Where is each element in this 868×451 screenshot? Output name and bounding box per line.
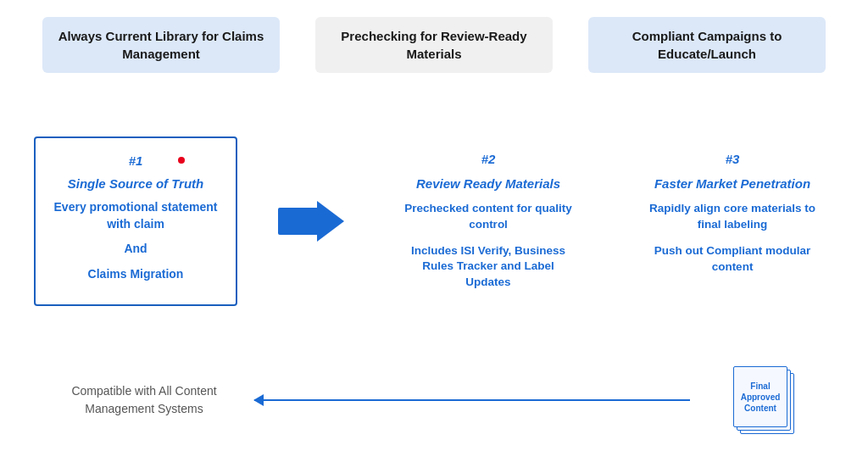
header-col2-text: Prechecking for Review-Ready Materials — [341, 29, 526, 61]
box1-text3: Claims Migration — [88, 266, 184, 283]
box1-step-title: Single Source of Truth — [68, 176, 204, 191]
box1-step-num: #1 — [129, 153, 143, 168]
box2-text1: Prechecked content for quality control — [400, 201, 576, 233]
box1: #1 Single Source of Truth Every promotio… — [34, 136, 237, 306]
header-row: Always Current Library for Claims Manage… — [25, 17, 843, 73]
flow-arrow — [278, 191, 346, 252]
content-row: #1 Single Source of Truth Every promotio… — [25, 88, 843, 354]
box1-text1: Every promotional statement with claim — [49, 199, 222, 232]
box1-text2: And — [124, 241, 147, 258]
box3-text1: Rapidly align core materials to final la… — [644, 201, 821, 233]
bottom-row: Compatible with All Content Management S… — [25, 358, 843, 434]
header-col3-text: Compliant Campaigns to Educate/Launch — [632, 29, 782, 61]
page-stack-icon: Final Approved Content — [728, 366, 796, 434]
compatible-text: Compatible with All Content Management S… — [51, 382, 237, 418]
box2-text2: Includes ISI Verify, Business Rules Trac… — [400, 243, 576, 292]
box2-step-num: #2 — [481, 152, 496, 166]
bottom-arrow-container — [237, 399, 707, 401]
box3: #3 Faster Market Penetration Rapidly ali… — [631, 136, 834, 306]
page-text-inside: Final Approved Content — [733, 366, 787, 427]
header-col3: Compliant Campaigns to Educate/Launch — [588, 17, 826, 73]
header-col1: Always Current Library for Claims Manage… — [42, 17, 280, 73]
box3-step-num: #3 — [726, 152, 740, 166]
final-approved-content: Final Approved Content — [707, 366, 817, 434]
box2: #2 Review Ready Materials Prechecked con… — [387, 136, 590, 306]
red-dot-icon — [178, 157, 185, 164]
main-container: Always Current Library for Claims Manage… — [0, 0, 868, 451]
box2-step-title: Review Ready Materials — [416, 176, 560, 191]
header-col1-text: Always Current Library for Claims Manage… — [58, 29, 264, 61]
box3-step-title: Faster Market Penetration — [654, 176, 810, 191]
bottom-arrow-line — [254, 399, 690, 401]
header-col2: Prechecking for Review-Ready Materials — [315, 17, 553, 73]
box3-text2: Push out Compliant modular content — [644, 243, 821, 276]
